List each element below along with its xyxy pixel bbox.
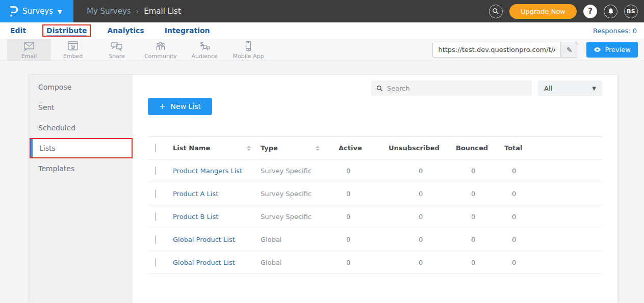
tab-analytics[interactable]: Analytics	[104, 25, 147, 36]
bounced-count: 0	[449, 213, 497, 221]
top-bar: Surveys ▼ My Surveys › Email List Upgrad…	[0, 0, 644, 22]
tab-integration[interactable]: Integration	[162, 25, 213, 36]
row-checkbox[interactable]	[155, 258, 156, 267]
list-type: Global	[255, 236, 324, 243]
bounced-count: 0	[449, 236, 497, 243]
unsubscribed-count: 0	[382, 236, 449, 243]
select-all-checkbox[interactable]	[155, 144, 156, 152]
total-count: 0	[497, 167, 602, 175]
sidebar-item-templates[interactable]: Templates	[30, 158, 133, 179]
avatar-initials: BS	[627, 8, 635, 15]
survey-nav: Edit Distribute Analytics Integration Re…	[0, 22, 644, 39]
unsubscribed-count: 0	[382, 259, 449, 266]
pencil-icon: ✎	[566, 46, 573, 54]
audience-icon: $	[198, 40, 211, 52]
unsubscribed-count: 0	[382, 213, 449, 221]
list-type: Survey Specific	[255, 167, 324, 175]
main-area: Compose Sent Scheduled Lists Templates A…	[0, 61, 644, 303]
plus-icon: +	[159, 102, 166, 111]
list-name-link[interactable]: Global Product List	[173, 259, 255, 266]
channel-email[interactable]: Email	[7, 39, 51, 61]
active-count: 0	[324, 236, 382, 243]
breadcrumb-parent[interactable]: My Surveys	[87, 7, 131, 16]
sort-icon[interactable]	[316, 146, 320, 151]
share-icon	[110, 40, 123, 52]
list-name-link[interactable]: Product Mangers List	[173, 167, 255, 175]
responses-count[interactable]: Responses: 0	[593, 27, 637, 35]
survey-url-box: ✎	[432, 42, 578, 58]
product-switcher[interactable]: Surveys ▼	[0, 0, 73, 22]
row-checkbox[interactable]	[155, 235, 156, 244]
sidebar-item-sent[interactable]: Sent	[30, 97, 133, 118]
table-row: Global Product List Global 0 0 0 0	[148, 228, 602, 251]
user-avatar[interactable]: BS	[624, 5, 638, 18]
channel-community[interactable]: Community	[139, 39, 183, 61]
email-icon	[22, 40, 36, 52]
questionpro-logo-icon	[8, 5, 18, 17]
table-header-row: List Name Type Active Unsubscribed Bounc…	[148, 137, 602, 159]
help-button[interactable]: ?	[583, 5, 597, 18]
channel-mobile-app[interactable]: Mobile App	[226, 39, 270, 61]
bounced-count: 0	[449, 167, 497, 175]
eye-icon	[594, 47, 601, 52]
app-name: Surveys	[22, 7, 53, 16]
upgrade-now-button[interactable]: Upgrade Now	[509, 4, 577, 19]
total-count: 0	[497, 259, 602, 266]
new-list-button[interactable]: + New List	[148, 98, 212, 115]
list-name-link[interactable]: Product B List	[173, 213, 255, 221]
search-icon	[492, 8, 499, 15]
list-name-link[interactable]: Product A List	[173, 190, 255, 198]
list-filter-dropdown[interactable]: All ▼	[538, 80, 602, 96]
search-button[interactable]	[489, 5, 503, 18]
row-checkbox[interactable]	[155, 189, 156, 198]
email-sidebar: Compose Sent Scheduled Lists Templates	[30, 75, 133, 303]
chevron-down-icon: ▼	[58, 9, 62, 15]
sidebar-item-scheduled[interactable]: Scheduled	[30, 118, 133, 138]
channel-share[interactable]: Share	[95, 39, 139, 61]
active-count: 0	[324, 259, 382, 266]
breadcrumb: My Surveys › Email List	[87, 7, 181, 16]
tab-edit[interactable]: Edit	[7, 25, 29, 36]
bell-icon	[607, 8, 614, 15]
unsubscribed-count: 0	[382, 167, 449, 175]
email-lists-panel: Compose Sent Scheduled Lists Templates A…	[30, 75, 617, 303]
table-row: Global Product List Global 0 0 0 0	[148, 251, 602, 274]
bounced-count: 0	[449, 259, 497, 266]
preview-button[interactable]: Preview	[586, 42, 638, 58]
active-count: 0	[324, 167, 382, 175]
distribute-toolbar: Email Embed Share Community $ Audience M…	[0, 39, 644, 61]
unsubscribed-count: 0	[382, 190, 449, 198]
sort-icon[interactable]	[247, 146, 251, 151]
sidebar-item-lists[interactable]: Lists	[30, 138, 133, 158]
notifications-button[interactable]	[604, 5, 617, 18]
breadcrumb-separator-icon: ›	[136, 7, 139, 15]
edit-url-button[interactable]: ✎	[560, 42, 578, 57]
tab-distribute[interactable]: Distribute	[43, 25, 90, 36]
channel-embed[interactable]: Embed	[51, 39, 95, 61]
list-table-body: Product Mangers List Survey Specific 0 0…	[148, 159, 602, 274]
survey-url-input[interactable]	[433, 42, 560, 57]
breadcrumb-current: Email List	[144, 7, 181, 16]
channel-audience[interactable]: $ Audience	[183, 39, 226, 61]
total-count: 0	[497, 236, 602, 243]
list-type: Global	[255, 259, 324, 266]
list-type: Survey Specific	[255, 190, 324, 198]
question-mark-icon: ?	[588, 7, 593, 16]
sidebar-item-compose[interactable]: Compose	[30, 77, 133, 97]
chevron-down-icon: ▼	[592, 86, 596, 91]
row-checkbox[interactable]	[155, 167, 156, 175]
search-icon	[376, 85, 383, 92]
lists-table: List Name Type Active Unsubscribed Bounc…	[148, 136, 602, 274]
row-checkbox[interactable]	[155, 212, 156, 221]
mobile-app-icon	[242, 40, 255, 52]
total-count: 0	[497, 213, 602, 221]
list-search-box	[371, 80, 532, 96]
active-count: 0	[324, 190, 382, 198]
table-row: Product A List Survey Specific 0 0 0 0	[148, 182, 602, 205]
bounced-count: 0	[449, 190, 497, 198]
table-row: Product Mangers List Survey Specific 0 0…	[148, 159, 602, 182]
list-search-input[interactable]	[387, 85, 527, 92]
list-name-link[interactable]: Global Product List	[173, 236, 255, 243]
total-count: 0	[497, 190, 602, 198]
list-type: Survey Specific	[255, 213, 324, 221]
